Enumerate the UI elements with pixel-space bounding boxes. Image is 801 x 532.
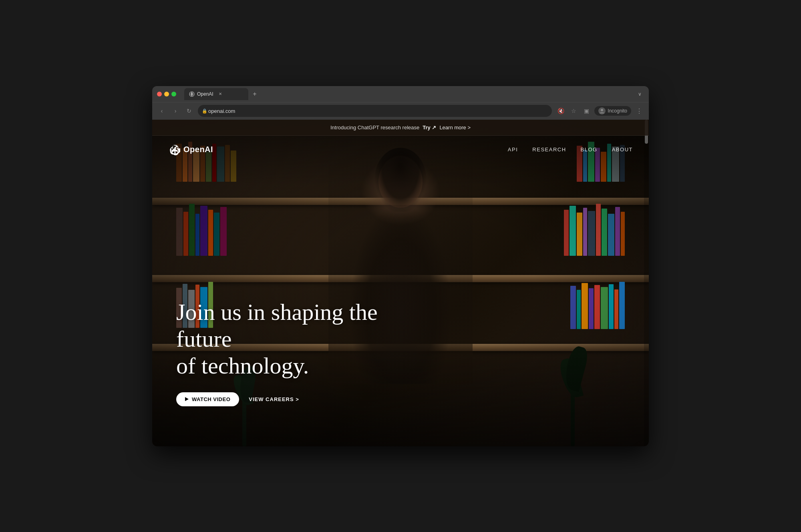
hero-headline-line2: of technology. [176, 353, 309, 379]
traffic-lights [157, 92, 176, 96]
watch-video-label: WATCH VIDEO [192, 396, 230, 402]
bookmark-icon[interactable]: ☆ [569, 106, 578, 116]
tab-bar: OpenAI ✕ + ∨ [184, 88, 644, 100]
view-careers-label: VIEW CAREERS > [249, 396, 299, 402]
lock-icon: 🔒 [202, 108, 207, 114]
close-button[interactable] [157, 92, 162, 96]
browser-menu-button[interactable]: ⋮ [634, 106, 644, 116]
account-label: Incognito [608, 108, 627, 114]
account-button[interactable]: Incognito [594, 106, 631, 116]
nav-api[interactable]: API [508, 147, 518, 153]
books-lower-right [570, 282, 625, 329]
back-button[interactable]: ‹ [157, 106, 167, 116]
nav-blog[interactable]: BLOG [581, 147, 598, 153]
browser-window: OpenAI ✕ + ∨ ‹ › ↻ 🔒 🔇 ☆ ▣ [152, 86, 649, 446]
address-bar: ‹ › ↻ 🔒 🔇 ☆ ▣ Incognito ⋮ [152, 102, 649, 120]
maximize-button[interactable] [171, 92, 176, 96]
hero-headline-line1: Join us in shaping the future [176, 299, 378, 352]
openai-logo-text: OpenAI [183, 145, 213, 154]
active-tab[interactable]: OpenAI ✕ [184, 88, 248, 100]
books-mid-right [564, 204, 625, 256]
tab-favicon-icon [189, 91, 195, 97]
play-icon [185, 397, 189, 401]
hero-text: Join us in shaping the future of technol… [176, 299, 400, 406]
try-link[interactable]: Try ↗ [423, 124, 436, 130]
openai-logo[interactable]: OpenAI [168, 144, 213, 156]
openai-logo-icon [168, 144, 180, 156]
tab-title: OpenAI [197, 91, 213, 97]
tab-close-button[interactable]: ✕ [217, 91, 223, 97]
nav-research[interactable]: RESEARCH [532, 147, 566, 153]
forward-button[interactable]: › [171, 106, 180, 116]
learn-more-link[interactable]: Learn more > [439, 124, 471, 130]
minimize-button[interactable] [164, 92, 169, 96]
toolbar-icons: 🔇 ☆ ▣ Incognito ⋮ [556, 106, 644, 116]
website-content: Introducing ChatGPT research release Try… [152, 120, 649, 446]
hero-headline: Join us in shaping the future of technol… [176, 299, 400, 379]
nav-links: API RESEARCH BLOG ABOUT [508, 147, 633, 153]
sidebar-toggle-icon[interactable]: ▣ [582, 106, 591, 116]
watch-video-button[interactable]: WATCH VIDEO [176, 392, 239, 406]
scrollbar[interactable] [644, 120, 649, 446]
announcement-text: Introducing ChatGPT research release [330, 124, 419, 130]
new-tab-button[interactable]: + [250, 89, 260, 99]
plant-right [557, 346, 589, 446]
refresh-button[interactable]: ↻ [184, 106, 194, 116]
address-input[interactable] [198, 105, 552, 117]
nav-about[interactable]: ABOUT [612, 147, 633, 153]
announcement-bar: Introducing ChatGPT research release Try… [152, 120, 649, 136]
address-field-wrapper: 🔒 [198, 105, 552, 117]
tab-overflow-button[interactable]: ∨ [636, 90, 644, 98]
books-mid-left [176, 204, 227, 256]
svg-point-2 [601, 109, 603, 111]
hero-buttons: WATCH VIDEO VIEW CAREERS > [176, 392, 400, 406]
title-bar: OpenAI ✕ + ∨ [152, 86, 649, 102]
view-careers-button[interactable]: VIEW CAREERS > [249, 396, 299, 402]
privacy-icon[interactable]: 🔇 [556, 106, 566, 116]
avatar [598, 107, 606, 114]
site-nav: OpenAI API RESEARCH BLOG ABOUT [152, 136, 649, 164]
